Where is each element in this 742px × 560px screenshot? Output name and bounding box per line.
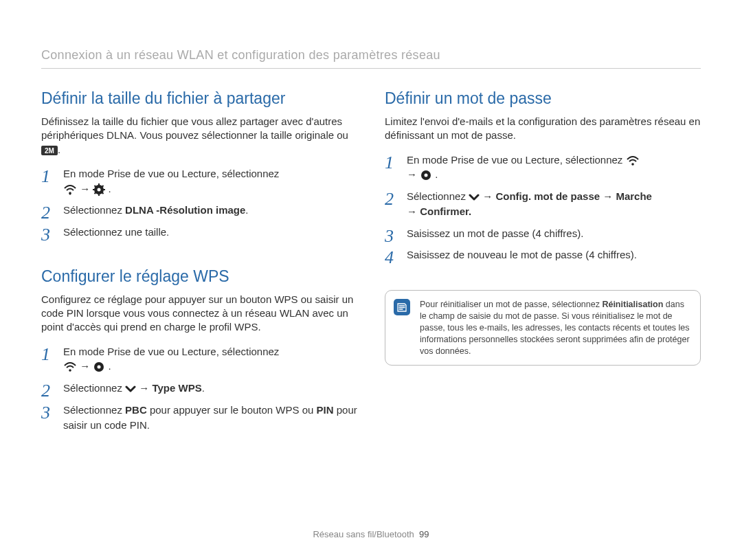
step-text: En mode Prise de vue ou Lecture, sélecti… bbox=[63, 168, 279, 179]
svg-text:2M: 2M bbox=[45, 147, 54, 155]
section-intro-file-size: Définissez la taille du fichier que vous… bbox=[41, 115, 357, 157]
footer-section: Réseau sans fil/Bluetooth bbox=[313, 529, 414, 539]
header-rule bbox=[41, 68, 701, 69]
right-column: Définir un mot de passe Limitez l'envoi … bbox=[385, 89, 701, 460]
arrow: → bbox=[407, 205, 420, 217]
section-intro-password: Limitez l'envoi d'e-mails et la configur… bbox=[385, 115, 701, 143]
arrow: → bbox=[600, 190, 616, 202]
breadcrumb: Connexion à un réseau WLAN et configurat… bbox=[41, 48, 701, 63]
pbc-option: PBC bbox=[125, 404, 147, 416]
step-1: En mode Prise de vue ou Lecture, sélecti… bbox=[41, 344, 357, 374]
step-text-end: . bbox=[435, 168, 438, 180]
steps-file-size: En mode Prise de vue ou Lecture, sélecti… bbox=[41, 166, 357, 240]
svg-point-13 bbox=[69, 369, 71, 372]
left-column: Définir la taille du fichier à partager … bbox=[41, 89, 357, 460]
note-icon bbox=[394, 299, 410, 315]
config-password-option: Config. mot de passe bbox=[495, 190, 600, 202]
section-title-password: Définir un mot de passe bbox=[385, 89, 701, 108]
step-text: Sélectionnez bbox=[63, 204, 125, 216]
wifi-icon bbox=[626, 155, 640, 166]
steps-password: En mode Prise de vue ou Lecture, sélecti… bbox=[385, 153, 701, 263]
confirmer-option: Confirmer. bbox=[420, 205, 471, 217]
arrow: → bbox=[407, 168, 420, 180]
step-text: En mode Prise de vue ou Lecture, sélecti… bbox=[63, 346, 279, 357]
gear-icon bbox=[93, 361, 105, 373]
step-text: Saisissez de nouveau le mot de passe (4 … bbox=[407, 249, 637, 260]
wifi-icon bbox=[63, 361, 77, 372]
footer: Réseau sans fil/Bluetooth 99 bbox=[0, 529, 742, 539]
step-text-end: . bbox=[245, 204, 248, 216]
wifi-icon bbox=[63, 184, 77, 195]
svg-point-16 bbox=[631, 163, 634, 166]
arrow: → bbox=[80, 183, 93, 194]
svg-point-15 bbox=[98, 366, 101, 369]
note-text: Pour réinitialiser un mot de passe, séle… bbox=[420, 300, 602, 309]
arrow: → bbox=[80, 360, 93, 372]
step-3: Sélectionnez PBC pour appuyer sur le bou… bbox=[41, 403, 357, 433]
section-title-file-size: Définir la taille du fichier à partager bbox=[41, 89, 357, 108]
step-text-end: . bbox=[109, 360, 111, 372]
step-1: En mode Prise de vue ou Lecture, sélecti… bbox=[41, 166, 357, 197]
arrow: → bbox=[136, 382, 152, 394]
step-2: Sélectionnez → Type WPS. bbox=[41, 381, 357, 396]
dlna-option: DLNA -Résolution image bbox=[125, 204, 245, 216]
marche-option: Marche bbox=[616, 190, 652, 202]
svg-rect-5 bbox=[98, 183, 100, 186]
svg-rect-7 bbox=[93, 189, 95, 190]
section-title-wps: Configurer le réglage WPS bbox=[41, 267, 357, 286]
gear-icon bbox=[93, 183, 105, 196]
intro-text-end: . bbox=[58, 144, 60, 155]
step-4: Saisissez de nouveau le mot de passe (4 … bbox=[385, 247, 701, 262]
intro-text: Définissez la taille du fichier que vous… bbox=[41, 115, 348, 141]
step-2: Sélectionnez DLNA -Résolution image. bbox=[41, 203, 357, 218]
chevron-down-icon bbox=[469, 193, 480, 201]
step-text: pour appuyer sur le bouton WPS ou bbox=[147, 404, 317, 416]
note-box: Pour réinitialiser un mot de passe, séle… bbox=[385, 290, 701, 366]
step-text-end: . bbox=[109, 183, 111, 194]
step-text: En mode Prise de vue ou Lecture, sélecti… bbox=[407, 154, 626, 166]
step-text-end: . bbox=[202, 382, 205, 394]
section-intro-wps: Configurez ce réglage pour appuyer sur u… bbox=[41, 293, 357, 335]
step-text: Saisissez un mot de passe (4 chiffres). bbox=[407, 227, 583, 239]
arrow: → bbox=[480, 190, 495, 202]
2m-size-icon: 2M bbox=[41, 146, 58, 155]
svg-point-2 bbox=[69, 192, 71, 194]
reinitialisation-option: Réinitialisation bbox=[602, 300, 663, 309]
step-text: Sélectionnez bbox=[407, 190, 469, 202]
page-number: 99 bbox=[419, 529, 429, 539]
step-3: Sélectionnez une taille. bbox=[41, 225, 357, 240]
pin-option: PIN bbox=[317, 404, 334, 416]
chevron-down-icon bbox=[125, 385, 136, 393]
gear-icon bbox=[420, 169, 432, 181]
type-wps-option: Type WPS bbox=[152, 382, 201, 394]
step-1: En mode Prise de vue ou Lecture, sélecti… bbox=[385, 153, 701, 183]
step-3: Saisissez un mot de passe (4 chiffres). bbox=[385, 226, 701, 241]
svg-point-4 bbox=[98, 188, 101, 191]
step-text: Sélectionnez bbox=[63, 382, 125, 394]
svg-point-18 bbox=[425, 174, 428, 177]
step-2: Sélectionnez → Config. mot de passe → Ma… bbox=[385, 189, 701, 219]
svg-rect-8 bbox=[103, 189, 105, 190]
svg-rect-6 bbox=[98, 194, 100, 196]
step-text: Sélectionnez une taille. bbox=[63, 226, 169, 238]
step-text: Sélectionnez bbox=[63, 404, 125, 416]
steps-wps: En mode Prise de vue ou Lecture, sélecti… bbox=[41, 344, 357, 433]
